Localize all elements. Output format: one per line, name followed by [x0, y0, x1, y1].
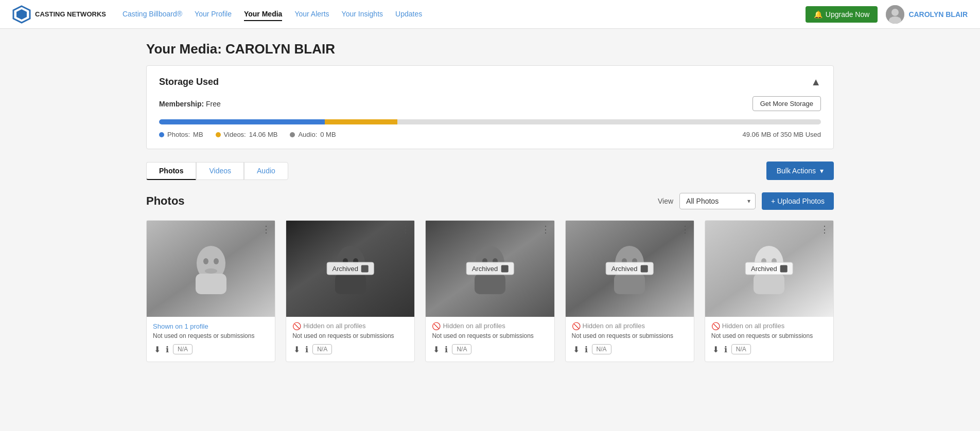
archived-label-5: Archived: [751, 265, 777, 273]
photo-grid: ⋮ Shown on 1 profile Not used on request…: [146, 220, 834, 362]
archived-badge-5: Archived: [745, 262, 793, 275]
storage-bar-videos: [325, 119, 397, 124]
photo-image-area-4: Archived: [566, 221, 694, 317]
photo-actions-5: ⬇ ℹ N/A: [711, 344, 827, 355]
archived-badge-2: Archived: [326, 262, 374, 275]
profile-status-text-3: Hidden on all profiles: [443, 322, 505, 330]
photo-rating-4: N/A: [592, 344, 611, 354]
legend-videos-label: Videos:: [224, 131, 246, 138]
legend-photos: Photos: MB: [159, 131, 203, 138]
photos-title: Photos: [146, 194, 185, 208]
svg-point-7: [214, 258, 219, 264]
view-select[interactable]: All Photos Active Photos Archived Photos: [679, 193, 756, 209]
storage-bar: [159, 119, 821, 124]
archive-icon-2: [361, 265, 369, 272]
photo-rating-5: N/A: [731, 344, 751, 354]
svg-rect-19: [475, 274, 505, 294]
photo-menu-button-1[interactable]: ⋮: [261, 225, 271, 234]
tab-photos[interactable]: Photos: [146, 162, 196, 180]
svg-rect-9: [196, 274, 226, 294]
bulk-actions-button[interactable]: Bulk Actions ▾: [766, 161, 834, 180]
nav-casting-billboard[interactable]: Casting Billboard®: [122, 8, 182, 21]
photo-card-top-5: Archived ⋮: [705, 221, 833, 317]
photo-download-button-5[interactable]: ⬇: [711, 344, 720, 355]
legend-dot-videos: [216, 132, 221, 137]
photos-controls: View All Photos Active Photos Archived P…: [658, 192, 834, 210]
legend-dot-audio: [290, 132, 295, 137]
legend-audio-label: Audio:: [298, 131, 317, 138]
profile-status-link-1[interactable]: Shown on 1 profile: [153, 322, 208, 330]
legend-photos-label: Photos:: [167, 131, 190, 138]
photo-usage-5: Not used on requests or submissions: [711, 332, 827, 339]
tab-audio[interactable]: Audio: [244, 162, 288, 180]
photo-card-top-3: Archived ⋮: [426, 221, 554, 317]
legend-audio: Audio: 0 MB: [290, 131, 336, 138]
navbar-right: 🔔 Upgrade Now CAROLYN BLAIR: [806, 5, 968, 24]
photo-card-body-5: 🚫 Hidden on all profiles Not used on req…: [705, 317, 833, 362]
profile-status-text-5: Hidden on all profiles: [722, 322, 784, 330]
archive-icon-3: [501, 265, 508, 272]
photo-card-top-2: Archived ⋮: [286, 221, 414, 317]
profile-status-hidden-3: 🚫 Hidden on all profiles: [432, 322, 548, 330]
photo-menu-button-5[interactable]: ⋮: [820, 225, 829, 234]
photo-actions-4: ⬇ ℹ N/A: [572, 344, 688, 355]
photo-info-button-4[interactable]: ℹ: [584, 344, 589, 355]
svg-marker-1: [16, 9, 27, 20]
photo-card-body-1: Shown on 1 profile Not used on requests …: [147, 317, 275, 362]
legend-videos: Videos: 14.06 MB: [216, 131, 278, 138]
svg-rect-29: [754, 274, 784, 294]
get-more-storage-button[interactable]: Get More Storage: [752, 96, 821, 111]
storage-header: Storage Used ▲: [159, 76, 821, 88]
svg-point-6: [203, 258, 208, 264]
photo-usage-3: Not used on requests or submissions: [432, 332, 548, 339]
profile-status-hidden-2: 🚫 Hidden on all profiles: [292, 322, 408, 330]
view-label: View: [658, 197, 673, 205]
nav-your-profile[interactable]: Your Profile: [195, 8, 232, 21]
page-title: Your Media: CAROLYN BLAIR: [146, 41, 834, 57]
svg-point-8: [205, 268, 217, 274]
legend-photos-value: MB: [193, 131, 203, 138]
archived-label-3: Archived: [472, 265, 498, 273]
photo-download-button-3[interactable]: ⬇: [432, 344, 441, 355]
storage-collapse-button[interactable]: ▲: [811, 76, 821, 88]
photo-info-button-5[interactable]: ℹ: [723, 344, 728, 355]
nav-your-media[interactable]: Your Media: [244, 8, 282, 21]
upload-photos-button[interactable]: + Upload Photos: [762, 192, 834, 210]
eye-slash-icon-3: 🚫: [432, 322, 441, 330]
profile-status-hidden-5: 🚫 Hidden on all profiles: [711, 322, 827, 330]
photo-card-2: Archived ⋮ 🚫 Hidden on all profiles Not …: [286, 220, 415, 362]
photo-menu-button-2[interactable]: ⋮: [401, 225, 410, 234]
photo-menu-button-3[interactable]: ⋮: [541, 225, 550, 234]
photo-image-area-3: Archived: [426, 221, 554, 317]
logo[interactable]: CASTING NETWORKS: [12, 5, 106, 24]
nav-your-insights[interactable]: Your Insights: [342, 8, 383, 21]
photo-info-button-3[interactable]: ℹ: [444, 344, 449, 355]
face-svg-1: [190, 243, 232, 294]
archived-badge-4: Archived: [606, 262, 654, 275]
photo-info-button-2[interactable]: ℹ: [304, 344, 309, 355]
photo-download-button-4[interactable]: ⬇: [572, 344, 581, 355]
photo-card-1: ⋮ Shown on 1 profile Not used on request…: [146, 220, 275, 362]
photo-menu-button-4[interactable]: ⋮: [680, 225, 690, 234]
nav-updates[interactable]: Updates: [395, 8, 422, 21]
archive-icon-5: [780, 265, 787, 272]
photo-download-button-1[interactable]: ⬇: [153, 344, 162, 355]
photos-section: Photos View All Photos Active Photos Arc…: [146, 192, 834, 362]
photo-card-3: Archived ⋮ 🚫 Hidden on all profiles Not …: [425, 220, 554, 362]
storage-title: Storage Used: [159, 77, 219, 87]
user-badge[interactable]: CAROLYN BLAIR: [886, 5, 968, 24]
photo-usage-4: Not used on requests or submissions: [572, 332, 688, 339]
photo-download-button-2[interactable]: ⬇: [292, 344, 301, 355]
legend-dot-photos: [159, 132, 164, 137]
nav-your-alerts[interactable]: Your Alerts: [294, 8, 329, 21]
photo-info-button-1[interactable]: ℹ: [165, 344, 170, 355]
tabs-row: Photos Videos Audio Bulk Actions ▾: [146, 161, 834, 180]
user-name: CAROLYN BLAIR: [908, 10, 968, 19]
legend-audio-value: 0 MB: [320, 131, 336, 138]
upgrade-button[interactable]: 🔔 Upgrade Now: [806, 6, 878, 23]
profile-status-hidden-4: 🚫 Hidden on all profiles: [572, 322, 688, 330]
tab-videos[interactable]: Videos: [196, 162, 244, 180]
view-select-wrapper: All Photos Active Photos Archived Photos…: [679, 193, 756, 209]
membership-row: Membership: Free Get More Storage: [159, 96, 821, 111]
photo-card-top-1: ⋮: [147, 221, 275, 317]
